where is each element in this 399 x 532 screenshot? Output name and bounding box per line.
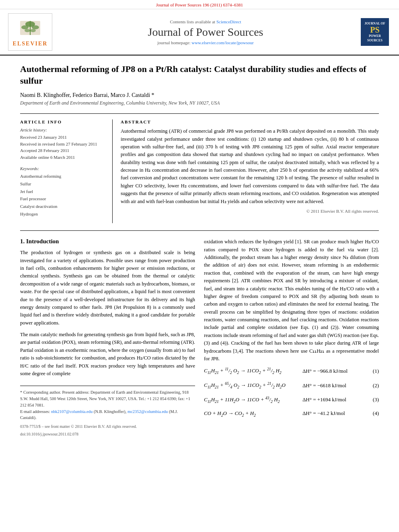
eq3-enthalpy: ΔH° = +1694 kJ/mol — [302, 396, 363, 403]
footnote-1: * Corresponding author. Present address:… — [20, 389, 195, 408]
eq3-number: (3) — [367, 396, 379, 403]
affiliation-text: Department of Earth and Environmental En… — [20, 100, 379, 106]
abstract-label: ABSTRACT — [121, 119, 379, 124]
copyright-text: © 2011 Elsevier B.V. All rights reserved… — [121, 209, 379, 214]
eq1-formula: C11H21 + 11/2 O2 → 11CO2 + 21/2 H2 — [204, 367, 298, 375]
eq4-number: (4) — [367, 410, 379, 417]
eq4-enthalpy: ΔH° = −41.2 kJ/mol — [302, 410, 363, 417]
article-info-abstract-section: ARTICLE INFO Article history: Received 2… — [20, 113, 379, 223]
journal-title-text: Journal of Power Sources — [148, 26, 263, 39]
footnote-email-line: E-mail addresses: nbk2107@columbia.edu (… — [20, 409, 195, 421]
article-info-label: ARTICLE INFO — [20, 119, 106, 124]
article-content: Autothermal reforming of JP8 on a Pt/Rh … — [0, 55, 399, 444]
keywords-section: Keywords: Autothermal reforming Sulfur J… — [20, 166, 106, 218]
abstract-text: Autothermal reforming (ATR) of commercia… — [121, 127, 379, 205]
abstract-column: ABSTRACT Autothermal reforming (ATR) of … — [121, 119, 379, 223]
email-name-1: (N.B. Klinghoffer), — [94, 409, 126, 414]
keywords-label: Keywords: — [20, 166, 106, 171]
eq2-formula: C11H21 + 65/4 O2 → 11CO2 + 21/2 H2O — [204, 381, 298, 389]
power-sources-badge: JOURNAL OF PS POWER SOURCES — [361, 18, 389, 46]
power-sources-badge-container: JOURNAL OF PS POWER SOURCES — [359, 13, 391, 51]
history-label: Article history: — [20, 127, 106, 132]
elsevier-logo-container: ELSEVIER — [8, 13, 52, 51]
accepted-date: Accepted 28 February 2011 — [20, 147, 106, 154]
intro-left-col: 1. Introduction The production of hydrog… — [20, 238, 195, 436]
journal-ref-text: Journal of Power Sources 196 (2011) 6374… — [156, 2, 243, 7]
elsevier-tree-icon — [16, 17, 44, 39]
svg-point-5 — [25, 29, 30, 32]
elsevier-logo-image — [16, 17, 44, 41]
keyword-1: Autothermal reforming — [20, 173, 106, 180]
intro-paragraph-2: The main catalytic methods for generatin… — [20, 331, 195, 378]
journal-reference-bar: Journal of Power Sources 196 (2011) 6374… — [0, 0, 399, 9]
journal-header: ELSEVIER Contents lists available at Sci… — [0, 9, 399, 55]
contents-line: Contents lists available at ScienceDirec… — [170, 19, 241, 24]
badge-line3: SOURCES — [363, 38, 387, 43]
equations-section: C11H21 + 11/2 O2 → 11CO2 + 21/2 H2 ΔH° =… — [204, 367, 379, 417]
keyword-5: Catalyst deactivation — [20, 203, 106, 210]
right-paragraph-1: oxidation which reduces the hydrogen yie… — [204, 238, 379, 363]
eq2-enthalpy: ΔH° = −6618 kJ/mol — [302, 382, 363, 389]
authors-text: Naomi B. Klinghoffer, Federico Barrai, M… — [20, 92, 154, 98]
equation-4-row: CO + H2O → CO2 + H2 ΔH° = −41.2 kJ/mol (… — [204, 410, 379, 417]
issn-line: 0378-7753/$ – see front matter © 2011 El… — [20, 424, 195, 429]
sciencedirect-link[interactable]: ScienceDirect — [216, 19, 241, 24]
journal-url-link[interactable]: www.elsevier.com/locate/jpowsour — [191, 40, 253, 45]
introduction-section: 1. Introduction The production of hydrog… — [20, 238, 379, 436]
received-date: Received 23 January 2011 — [20, 134, 106, 141]
eq2-number: (2) — [367, 382, 379, 389]
eq1-enthalpy: ΔH° = −966.8 kJ/mol — [302, 368, 363, 374]
elsevier-wordmark: ELSEVIER — [13, 41, 48, 47]
article-info-column: ARTICLE INFO Article history: Received 2… — [20, 119, 113, 223]
article-history-section: Article history: Received 23 January 201… — [20, 127, 106, 160]
authors-line: Naomi B. Klinghoffer, Federico Barrai, M… — [20, 92, 379, 99]
badge-line2: POWER — [363, 34, 387, 38]
online-date: Available online 6 March 2011 — [20, 154, 106, 161]
section-divider — [20, 230, 379, 231]
email-label: E-mail addresses: — [20, 409, 50, 414]
intro-paragraph-1: The production of hydrogen or synthesis … — [20, 249, 195, 327]
badge-ps: PS — [363, 26, 387, 34]
intro-right-col: oxidation which reduces the hydrogen yie… — [204, 238, 379, 436]
svg-point-4 — [32, 25, 39, 29]
equation-1-row: C11H21 + 11/2 O2 → 11CO2 + 21/2 H2 ΔH° =… — [204, 367, 379, 375]
section-1-title: 1. Introduction — [20, 238, 195, 245]
svg-point-3 — [21, 25, 29, 29]
journal-title-center: Contents lists available at ScienceDirec… — [56, 13, 355, 51]
svg-point-6 — [30, 29, 36, 32]
article-title: Autothermal reforming of JP8 on a Pt/Rh … — [20, 64, 379, 86]
journal-homepage-line: journal homepage: www.elsevier.com/locat… — [157, 40, 253, 45]
eq4-formula: CO + H2O → CO2 + H2 — [204, 410, 298, 417]
equation-3-row: C11H21 + 11H2O → 11CO + 43/2 H2 ΔH° = +1… — [204, 396, 379, 404]
email-link-2[interactable]: mc2352@columbia.edu — [128, 409, 168, 414]
eq1-number: (1) — [367, 368, 379, 374]
footnote-section: * Corresponding author. Present address:… — [20, 386, 195, 436]
keyword-3: Jet fuel — [20, 188, 106, 195]
doi-line: doi:10.1016/j.jpowsour.2011.02.078 — [20, 432, 195, 436]
eq3-formula: C11H21 + 11H2O → 11CO + 43/2 H2 — [204, 396, 298, 404]
email-link-1[interactable]: nbk2107@columbia.edu — [51, 409, 93, 414]
keyword-2: Sulfur — [20, 180, 106, 188]
keyword-6: Hydrogen — [20, 210, 106, 218]
revised-date: Received in revised form 27 February 201… — [20, 141, 106, 148]
equation-2-row: C11H21 + 65/4 O2 → 11CO2 + 21/2 H2O ΔH° … — [204, 381, 379, 389]
keyword-4: Fuel processor — [20, 195, 106, 203]
